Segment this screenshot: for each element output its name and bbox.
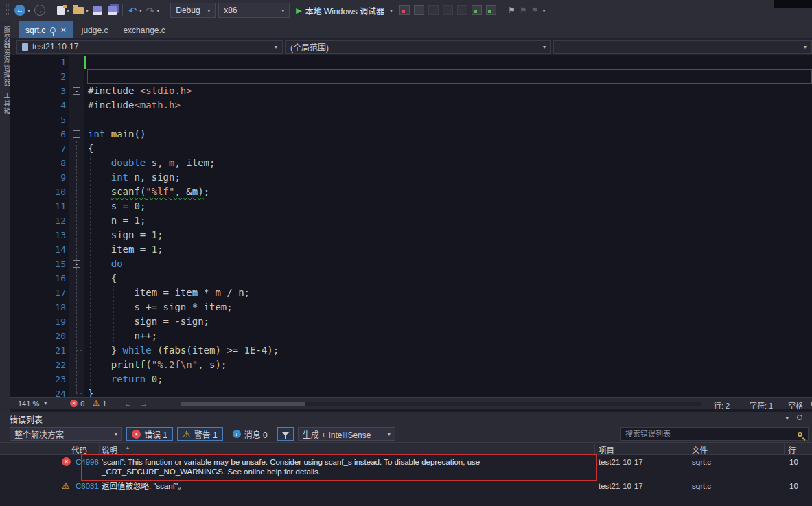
code-line-22[interactable]: 22 printf("%.2f\n", s); <box>10 358 812 372</box>
code-text: #include<math.h> <box>88 98 181 113</box>
start-debug-label: 本地 Windows 调试器 <box>305 5 384 16</box>
error-code[interactable]: C6031 <box>76 482 99 490</box>
line-number: 9 <box>10 170 66 185</box>
scope-dropdown[interactable]: (全局范围) ▾ <box>285 40 551 54</box>
code-line-17[interactable]: 17 item = item * m / n; <box>10 286 812 300</box>
code-line-13[interactable]: 13 sign = 1; <box>10 228 812 242</box>
tab-sqrt.c[interactable]: sqrt.c✕ <box>19 21 73 38</box>
open-file-button[interactable]: ▾ <box>71 2 91 19</box>
diagnostic-tools-button[interactable] <box>414 5 424 15</box>
code-line-24[interactable]: 24} <box>10 387 812 397</box>
code-line-6[interactable]: 6-int main() <box>10 127 812 141</box>
code-line-12[interactable]: 12 n = 1; <box>10 214 812 228</box>
code-line-19[interactable]: 19 sign = -sign; <box>10 314 812 329</box>
line-number: 12 <box>10 214 66 228</box>
close-icon[interactable]: ✕ <box>60 26 66 34</box>
solution-folder-button[interactable] <box>457 5 467 15</box>
tab-judge.c[interactable]: judge.c <box>76 21 115 38</box>
search-icon[interactable] <box>798 432 802 437</box>
sort-ascending-icon: ▴ <box>126 444 129 450</box>
column-separator <box>784 444 785 454</box>
fold-toggle-icon[interactable]: - <box>73 130 80 138</box>
pin-icon[interactable] <box>797 415 802 420</box>
code-line-15[interactable]: 15- do <box>10 257 812 271</box>
errors-filter-button[interactable]: ✕错误 1 <box>126 427 173 441</box>
code-line-21[interactable]: 21 } while (fabs(item) >= 1E-4); <box>10 343 812 358</box>
navigate-forward-button[interactable]: → <box>32 2 47 19</box>
hot-reload-button[interactable] <box>399 5 410 15</box>
toolbar-grip[interactable] <box>6 4 9 16</box>
column-header-code[interactable]: 代码 <box>71 444 87 455</box>
toolbar-overflow-button[interactable]: ▾ <box>542 8 545 14</box>
source-filter-label: 生成 + IntelliSense <box>303 428 371 440</box>
source-filter-dropdown[interactable]: 生成 + IntelliSense ▾ <box>298 427 395 441</box>
solution-config-dropdown[interactable]: Debug▾ <box>170 3 216 18</box>
messages-filter-button[interactable]: i消息 0 <box>227 427 273 441</box>
next-bookmark-button[interactable]: ⚑ <box>531 5 539 15</box>
search-input[interactable] <box>621 430 798 438</box>
code-line-1[interactable]: 1 <box>10 55 812 69</box>
zoom-dropdown[interactable]: 141 %▾ <box>18 400 47 408</box>
code-line-3[interactable]: 3-#include <stdio.h> <box>10 84 812 98</box>
platform-dropdown[interactable]: x86▾ <box>218 3 290 18</box>
code-line-7[interactable]: 7{ <box>10 141 812 156</box>
status-errors-button[interactable]: ✕0 <box>70 400 84 408</box>
line-number: 13 <box>10 228 66 242</box>
scope-filter-dropdown[interactable]: 整个解决方案 ▾ <box>10 427 122 441</box>
horizontal-scrollbar[interactable] <box>181 402 701 406</box>
warnings-filter-button[interactable]: ⚠警告 1 <box>177 427 223 441</box>
save-button[interactable] <box>91 2 104 19</box>
navigate-back-button[interactable]: ←▾ <box>12 2 32 19</box>
code-line-20[interactable]: 20 n++; <box>10 329 812 343</box>
column-header-project[interactable]: 项目 <box>599 444 614 455</box>
nav-forward-button[interactable]: → <box>140 400 148 408</box>
tab-label: exchange.c <box>123 25 165 35</box>
code-line-9[interactable]: 9 int n, sign; <box>10 170 812 185</box>
find-next-button[interactable] <box>472 5 482 15</box>
code-line-14[interactable]: 14 item = 1; <box>10 242 812 257</box>
find-previous-button[interactable] <box>486 5 496 15</box>
error-list-column-headers: 代码 说明 ▴ 项目 文件 行 <box>0 442 812 455</box>
code-line-16[interactable]: 16 { <box>10 271 812 286</box>
save-all-button[interactable] <box>104 2 119 19</box>
column-header-description[interactable]: 说明 <box>102 444 117 455</box>
break-all-button[interactable] <box>428 5 439 15</box>
start-debug-button[interactable]: ▶本地 Windows 调试器▾ <box>291 2 397 19</box>
editor-status-bar: 141 %▾ ✕0 ⚠1 ← → 行: 2 字符: 1 空格 CR <box>10 397 812 409</box>
column-header-line[interactable]: 行 <box>788 444 796 455</box>
fold-toggle-icon[interactable]: - <box>73 260 80 268</box>
scrollbar-thumb[interactable] <box>181 402 305 406</box>
filter-button[interactable] <box>277 427 294 441</box>
nav-back-button[interactable]: ← <box>124 400 132 408</box>
error-row-C6031[interactable]: ⚠C6031返回值被忽略: "scanf"。test21-10-17sqrt.c… <box>0 479 812 494</box>
column-header-file[interactable]: 文件 <box>692 444 708 455</box>
pin-icon[interactable] <box>50 27 56 33</box>
code-line-10[interactable]: 10 scanf("%lf", &m); <box>10 185 812 199</box>
toggle-bookmark-button[interactable]: ⚑ <box>508 5 515 15</box>
error-code[interactable]: C4996 <box>76 458 99 466</box>
new-file-icon <box>57 6 65 15</box>
undo-button[interactable]: ↶▾ <box>126 2 144 19</box>
window-menu-icon[interactable]: ▾ <box>785 415 789 422</box>
error-row-C4996[interactable]: ✕C4996'scanf': This function or variable… <box>0 455 812 479</box>
member-dropdown[interactable]: ▾ <box>553 40 812 54</box>
code-line-2[interactable]: 2 <box>10 69 812 84</box>
code-line-8[interactable]: 8 double s, m, item; <box>10 156 812 170</box>
fold-toggle-icon[interactable]: - <box>73 87 80 95</box>
code-line-5[interactable]: 5 <box>10 113 812 127</box>
status-warnings-button[interactable]: ⚠1 <box>93 400 106 408</box>
code-editor[interactable]: 123-#include <stdio.h>4#include<math.h>5… <box>10 55 812 397</box>
error-list-title-bar[interactable]: 错误列表 ▾ <box>0 412 812 426</box>
code-line-11[interactable]: 11 s = 0; <box>10 199 812 214</box>
project-dropdown[interactable]: test21-10-17 ▾ <box>16 40 283 54</box>
code-line-4[interactable]: 4#include<math.h> <box>10 98 812 113</box>
redo-button[interactable]: ↷▾ <box>144 2 162 19</box>
error-rows: ✕C4996'scanf': This function or variable… <box>0 455 812 494</box>
new-file-button[interactable]: ▾ <box>55 2 71 19</box>
code-line-23[interactable]: 23 return 0; <box>10 372 812 387</box>
code-line-18[interactable]: 18 s += sign * item; <box>10 300 812 314</box>
previous-bookmark-button[interactable]: ⚑ <box>520 5 527 15</box>
open-containing-folder-button[interactable] <box>443 5 453 15</box>
search-box[interactable] <box>620 427 809 441</box>
tab-exchange.c[interactable]: exchange.c <box>117 21 171 38</box>
